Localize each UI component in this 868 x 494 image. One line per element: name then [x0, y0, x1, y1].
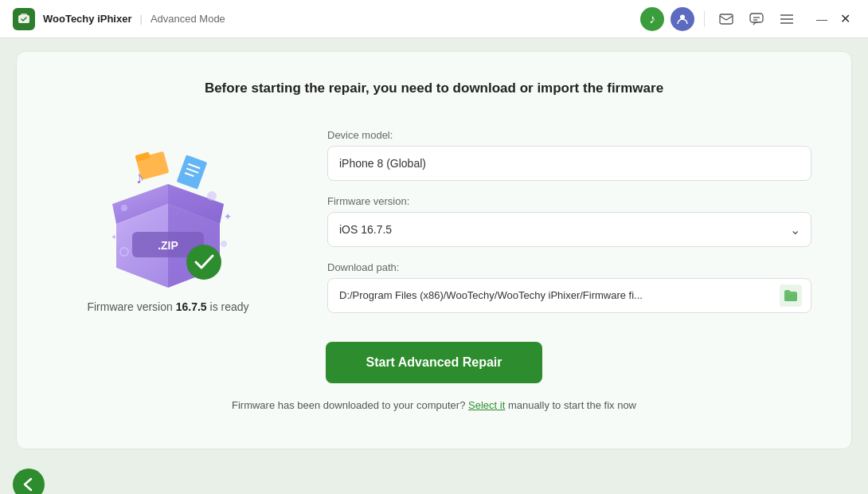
- firmware-version-select[interactable]: iOS 16.7.5: [327, 212, 811, 247]
- start-advanced-repair-button[interactable]: Start Advanced Repair: [326, 342, 542, 383]
- footer-suffix: manually to start the fix now: [508, 399, 636, 411]
- svg-rect-3: [720, 14, 733, 24]
- title-divider: |: [140, 13, 143, 25]
- menu-button[interactable]: [775, 7, 799, 31]
- path-input-wrapper: [327, 278, 811, 313]
- svg-text:✦: ✦: [111, 233, 117, 241]
- svg-text:✦: ✦: [224, 211, 232, 222]
- svg-rect-14: [177, 155, 208, 189]
- illustration-area: .ZIP: [57, 128, 280, 313]
- firmware-status: Firmware version 16.7.5 is ready: [87, 300, 248, 313]
- svg-point-19: [186, 245, 221, 280]
- titlebar-right: ♪: [640, 7, 855, 31]
- card-body: .ZIP: [57, 128, 811, 313]
- select-it-link[interactable]: Select it: [468, 399, 505, 411]
- card-title: Before starting the repair, you need to …: [205, 80, 663, 96]
- device-model-group: Device model:: [327, 129, 811, 181]
- download-path-input[interactable]: [327, 278, 811, 313]
- svg-text:.ZIP: .ZIP: [158, 239, 178, 252]
- user-button[interactable]: [671, 7, 694, 31]
- firmware-version-group: Firmware version: iOS 16.7.5 ⌄: [327, 195, 811, 247]
- svg-point-21: [207, 191, 217, 201]
- main-card: Before starting the repair, you need to …: [16, 51, 852, 449]
- svg-point-20: [121, 205, 127, 211]
- app-name: WooTechy iPhixer: [43, 13, 132, 25]
- folder-icon[interactable]: [780, 284, 802, 307]
- svg-rect-1: [21, 14, 27, 16]
- main-area: Before starting the repair, you need to …: [0, 38, 868, 462]
- back-button-area: [0, 462, 868, 494]
- firmware-version-select-wrapper: iOS 16.7.5 ⌄: [327, 212, 811, 247]
- music-button[interactable]: ♪: [640, 7, 664, 31]
- download-path-label: Download path:: [327, 261, 811, 273]
- footer-text: Firmware has been downloaded to your com…: [232, 399, 636, 411]
- back-button[interactable]: [13, 469, 45, 494]
- window-controls: — ✕: [811, 8, 855, 29]
- form-area: Device model: Firmware version: iOS 16.7…: [327, 129, 811, 313]
- mail-button[interactable]: [714, 7, 738, 31]
- minimize-button[interactable]: —: [811, 10, 832, 29]
- titlebar-left: WooTechy iPhixer | Advanced Mode: [13, 8, 640, 30]
- box-illustration: .ZIP: [88, 128, 248, 288]
- device-model-label: Device model:: [327, 129, 811, 141]
- footer-prefix: Firmware has been downloaded to your com…: [232, 399, 465, 411]
- download-path-group: Download path:: [327, 261, 811, 313]
- app-mode: Advanced Mode: [151, 13, 225, 25]
- titlebar: WooTechy iPhixer | Advanced Mode ♪: [0, 0, 868, 38]
- titlebar-separator: [704, 11, 705, 27]
- app-logo: [13, 8, 35, 30]
- firmware-version-label: Firmware version:: [327, 195, 811, 207]
- svg-point-25: [221, 241, 227, 247]
- close-button[interactable]: ✕: [835, 8, 855, 29]
- device-model-input[interactable]: [327, 146, 811, 181]
- chat-button[interactable]: [745, 7, 768, 31]
